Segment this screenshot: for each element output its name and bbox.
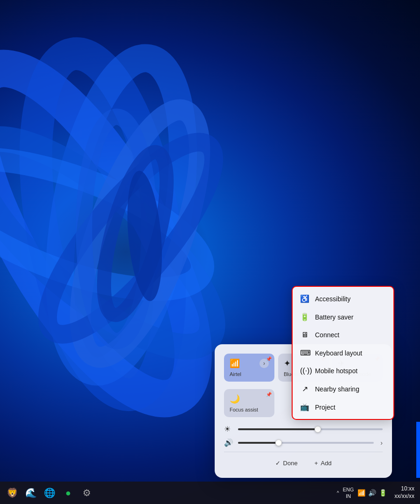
project-icon: 📺 bbox=[300, 403, 309, 412]
add-button[interactable]: + Add bbox=[311, 458, 336, 469]
taskbar: 🦁 🌊 🌐 ● ⚙ ^ ENG IN 📶 🔊 🔋 10:xx xx/xx/xx bbox=[0, 482, 420, 504]
edge-icon[interactable]: 🌊 bbox=[22, 484, 39, 501]
dropdown-item-project[interactable]: 📺 Project bbox=[293, 398, 393, 416]
volume-systray-icon[interactable]: 🔊 bbox=[368, 489, 376, 497]
taskbar-left: 🦁 🌊 🌐 ● ⚙ bbox=[4, 484, 95, 501]
connect-icon: 🖥 bbox=[300, 331, 309, 339]
wifi-pin-icon: 📌 bbox=[266, 356, 272, 362]
volume-slider[interactable] bbox=[238, 442, 374, 444]
language-indicator[interactable]: ENG IN bbox=[343, 486, 354, 500]
mobile-hotspot-label: Mobile hotspot bbox=[315, 367, 357, 375]
volume-icon: 🔊 bbox=[224, 438, 233, 447]
brightness-fill bbox=[238, 428, 318, 430]
panel-bottom: ✓ Done + Add bbox=[224, 452, 383, 469]
dropdown-item-accessibility[interactable]: ♿ Accessibility bbox=[293, 290, 393, 308]
wifi-icon: 📶 bbox=[230, 358, 240, 369]
accessibility-label: Accessibility bbox=[315, 295, 350, 303]
expand-icon[interactable]: › bbox=[380, 439, 383, 447]
focus-pin-icon: 📌 bbox=[266, 392, 272, 397]
systray-icons: 📶 🔊 🔋 bbox=[357, 489, 387, 497]
done-button[interactable]: ✓ Done bbox=[272, 458, 301, 469]
wifi-systray-icon[interactable]: 📶 bbox=[357, 489, 365, 497]
systray-chevron[interactable]: ^ bbox=[337, 490, 339, 496]
wifi-label: Airtel bbox=[230, 371, 241, 377]
brave-icon[interactable]: 🦁 bbox=[4, 484, 21, 501]
battery-saver-icon: 🔋 bbox=[300, 312, 309, 321]
lang-top: ENG bbox=[343, 486, 354, 493]
dropdown-item-battery-saver[interactable]: 🔋 Battery saver bbox=[293, 308, 393, 326]
notification-bar[interactable] bbox=[416, 422, 420, 478]
dropdown-item-keyboard-layout[interactable]: ⌨ Keyboard layout bbox=[293, 344, 393, 362]
battery-systray-icon[interactable]: 🔋 bbox=[379, 489, 387, 497]
date-display: xx/xx/xx bbox=[394, 493, 414, 500]
nearby-sharing-icon: ↗ bbox=[300, 384, 309, 393]
add-label: Add bbox=[321, 460, 331, 467]
dropdown-item-nearby-sharing[interactable]: ↗ Nearby sharing bbox=[293, 380, 393, 398]
focus-icon: 🌙 bbox=[230, 394, 240, 404]
nearby-sharing-label: Nearby sharing bbox=[315, 385, 359, 393]
brightness-slider[interactable] bbox=[238, 428, 383, 430]
settings-icon[interactable]: ⚙ bbox=[78, 484, 95, 501]
brightness-row: ☀ bbox=[224, 425, 383, 433]
time-display: 10:xx bbox=[401, 485, 414, 493]
dropdown-item-connect[interactable]: 🖥 Connect bbox=[293, 326, 393, 344]
volume-row: 🔊 › bbox=[224, 438, 383, 447]
project-label: Project bbox=[315, 404, 336, 411]
keyboard-layout-label: Keyboard layout bbox=[315, 349, 362, 357]
hotspot-icon: ((·)) bbox=[300, 367, 309, 375]
done-label: Done bbox=[283, 460, 298, 467]
add-plus-icon: + bbox=[315, 460, 318, 467]
lang-bot: IN bbox=[346, 493, 351, 499]
volume-thumb[interactable] bbox=[275, 440, 282, 446]
add-items-dropdown: ♿ Accessibility 🔋 Battery saver 🖥 Connec… bbox=[292, 286, 394, 420]
bluetooth-icon: ✦ bbox=[284, 358, 291, 369]
connect-label: Connect bbox=[315, 331, 339, 339]
chrome-icon[interactable]: 🌐 bbox=[41, 484, 58, 501]
keyboard-icon: ⌨ bbox=[300, 348, 309, 357]
brightness-icon: ☀ bbox=[224, 425, 233, 433]
done-check-icon: ✓ bbox=[275, 460, 280, 467]
accessibility-icon: ♿ bbox=[300, 294, 309, 303]
focus-assist-tile[interactable]: 📌 🌙 Focus assist bbox=[224, 389, 274, 417]
brightness-thumb[interactable] bbox=[315, 426, 321, 433]
battery-saver-label: Battery saver bbox=[315, 313, 353, 321]
clock[interactable]: 10:xx xx/xx/xx bbox=[392, 484, 416, 501]
volume-fill bbox=[238, 442, 279, 444]
spotify-icon[interactable]: ● bbox=[60, 484, 77, 501]
wifi-tile[interactable]: 📌 📶 › Airtel bbox=[224, 354, 274, 382]
taskbar-right: ^ ENG IN 📶 🔊 🔋 10:xx xx/xx/xx bbox=[337, 484, 416, 501]
focus-label: Focus assist bbox=[230, 407, 258, 412]
dropdown-item-mobile-hotspot[interactable]: ((·)) Mobile hotspot bbox=[293, 362, 393, 380]
